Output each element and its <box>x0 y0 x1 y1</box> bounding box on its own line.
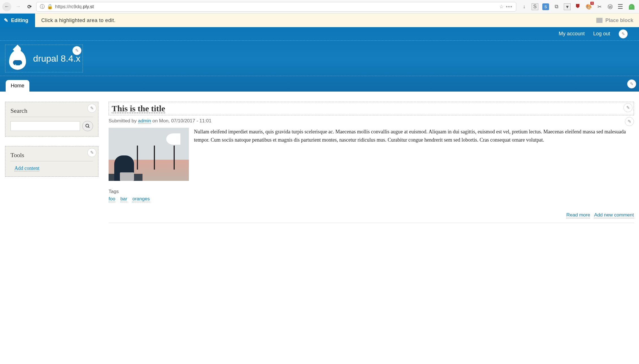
search-block-title: Search <box>10 107 93 117</box>
main-layout: ✎ Search ✎ Tools Add content This is the… <box>0 92 639 233</box>
url-text: https://rc9dq.ply.st <box>55 4 497 10</box>
site-name[interactable]: drupal 8.4.x <box>33 53 80 64</box>
back-button[interactable]: ← <box>2 2 11 11</box>
tag-list: foo bar oranges <box>109 196 634 202</box>
article-author-link[interactable]: admin <box>138 118 151 124</box>
search-button[interactable] <box>82 121 93 131</box>
site-branding-region[interactable]: drupal 8.4.x ✎ <box>5 45 83 72</box>
extension-icon-3[interactable]: ▾ <box>564 3 571 10</box>
tag-bar[interactable]: bar <box>120 196 128 202</box>
tools-block-title: Tools <box>10 151 93 161</box>
add-content-link[interactable]: Add content <box>14 165 39 171</box>
extension-icon-4[interactable]: 🎨0 <box>585 3 592 10</box>
tools-block[interactable]: ✎ Tools Add content <box>5 146 98 177</box>
article-title[interactable]: This is the title <box>112 104 631 113</box>
reload-button[interactable]: ⟳ <box>25 2 34 11</box>
nav-edit-pencil-icon[interactable]: ✎ <box>627 79 636 88</box>
extension-icon-1[interactable]: S <box>532 3 538 10</box>
bookmark-star-icon[interactable]: ☆ <box>499 4 504 10</box>
svg-line-1 <box>88 127 89 128</box>
search-edit-pencil-icon[interactable]: ✎ <box>87 104 96 113</box>
article-text: Nullam eleifend imperdiet mauris, quis g… <box>194 128 634 181</box>
extension-icon-5[interactable]: Ⓦ <box>607 3 614 10</box>
log-out-link[interactable]: Log out <box>593 31 610 37</box>
site-header: My account Log out ✎ drupal 8.4.x ✎ Home… <box>0 27 639 92</box>
search-input[interactable] <box>10 121 80 131</box>
article-body: Nullam eleifend imperdiet mauris, quis g… <box>109 128 634 181</box>
tags-label: Tags <box>109 189 634 194</box>
forward-button[interactable]: → <box>14 2 23 11</box>
lock-icon: 🔒 <box>47 4 53 10</box>
editing-mode-label[interactable]: ✎ Editing <box>0 14 35 27</box>
article-links: Read more Add new comment <box>109 212 634 223</box>
account-bar: My account Log out ✎ <box>0 27 639 41</box>
editing-hint: Click a highlighted area to edit. <box>35 18 116 23</box>
site-logo[interactable] <box>8 47 27 70</box>
add-comment-link[interactable]: Add new comment <box>594 212 634 218</box>
ublock-icon[interactable]: ⛊ <box>575 3 581 10</box>
download-icon[interactable]: ↓ <box>521 3 528 10</box>
search-block[interactable]: ✎ Search <box>5 102 98 136</box>
content-edit-pencil-icon[interactable]: ✎ <box>625 117 634 126</box>
main-nav-region: Home ✎ <box>0 76 639 92</box>
tags-section: Tags foo bar oranges <box>109 189 634 202</box>
crop-icon[interactable]: ⧉ <box>553 3 560 10</box>
search-icon <box>85 123 90 129</box>
title-edit-pencil-icon[interactable]: ✎ <box>623 103 632 112</box>
tag-oranges[interactable]: oranges <box>132 196 150 202</box>
url-bar[interactable]: ⓘ 🔒 https://rc9dq.ply.st ☆ ••• <box>36 2 516 12</box>
page-actions-icon[interactable]: ••• <box>506 4 513 10</box>
tag-foo[interactable]: foo <box>109 196 115 202</box>
nav-tab-home[interactable]: Home <box>6 80 29 92</box>
my-account-link[interactable]: My account <box>559 31 585 37</box>
search-form <box>10 121 93 131</box>
read-more-link[interactable]: Read more <box>566 212 590 218</box>
branding-edit-pencil-icon[interactable]: ✎ <box>72 46 81 55</box>
pencil-icon: ✎ <box>4 17 8 23</box>
browser-chrome: ← → ⟳ ⓘ 🔒 https://rc9dq.ply.st ☆ ••• ↓ S… <box>0 0 639 14</box>
tools-edit-pencil-icon[interactable]: ✎ <box>87 148 96 157</box>
content-region: This is the title ✎ ✎ Submitted by admin… <box>109 102 634 223</box>
sync-icon[interactable] <box>629 4 634 10</box>
scissors-icon[interactable]: ✂ <box>596 3 603 10</box>
sidebar: ✎ Search ✎ Tools Add content <box>5 102 98 223</box>
browser-toolbar-icons: ↓ S s ⧉ ▾ ⛊ 🎨0 ✂ Ⓦ ☰ <box>519 3 637 10</box>
svg-point-0 <box>86 124 89 127</box>
article-submitted: Submitted by admin on Mon, 07/10/2017 - … <box>109 118 634 124</box>
editing-bar: ✎ Editing Click a highlighted area to ed… <box>0 14 639 27</box>
place-block-button[interactable]: Place block <box>596 18 639 23</box>
account-edit-pencil-icon[interactable]: ✎ <box>619 29 628 38</box>
article-image <box>109 128 189 181</box>
article-title-region[interactable]: This is the title ✎ <box>109 102 634 115</box>
extension-icon-2[interactable]: s <box>542 3 549 10</box>
block-icon <box>596 18 603 23</box>
info-icon: ⓘ <box>40 3 45 10</box>
hamburger-menu-icon[interactable]: ☰ <box>618 3 623 10</box>
